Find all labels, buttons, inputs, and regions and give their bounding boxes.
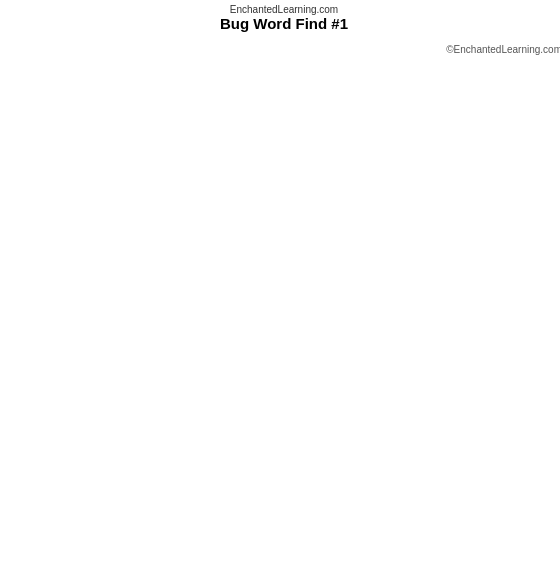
footer: ©EnchantedLearning.com xyxy=(6,44,560,55)
page-title: Bug Word Find #1 xyxy=(6,15,560,32)
site-name: EnchantedLearning.com xyxy=(6,4,560,15)
header: EnchantedLearning.com Bug Word Find #1 xyxy=(6,4,560,32)
app-container: EnchantedLearning.com Bug Word Find #1 ©… xyxy=(6,4,560,55)
